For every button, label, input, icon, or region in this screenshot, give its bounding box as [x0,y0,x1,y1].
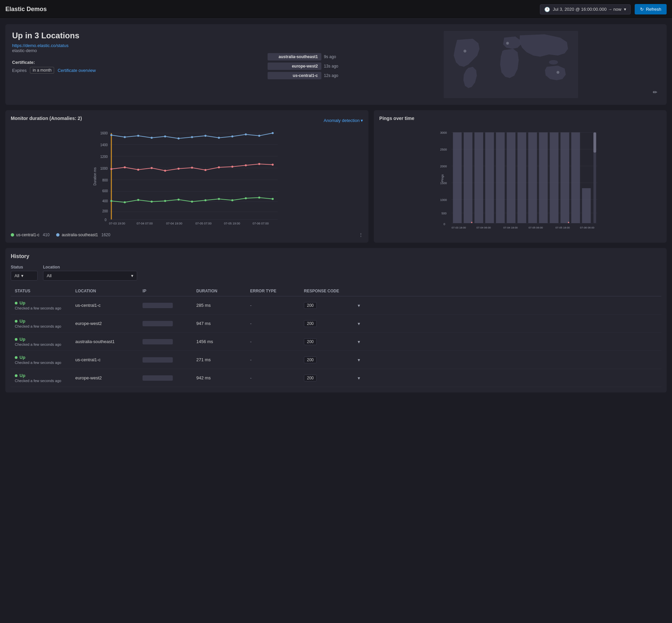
cert-row: Expires in a month Certificate overview [12,67,261,73]
svg-point-103 [568,222,569,223]
cert-overview-link[interactable]: Certificate overview [57,68,95,73]
pings-chart-svg: 3000 2500 2000 1500 1000 500 0 Pings [379,128,661,232]
svg-point-51 [245,164,247,166]
row-status-0: Up Checked a few seconds ago [15,300,75,310]
svg-point-62 [218,198,220,200]
svg-text:1400: 1400 [100,143,108,147]
code-box-1: 200 [304,320,317,327]
svg-rect-94 [507,132,516,223]
status-subtitle-1: Checked a few seconds ago [15,324,75,328]
legend-dot-blue [56,233,59,237]
expires-label: Expires [12,68,27,73]
svg-point-32 [164,136,166,138]
expand-row-4[interactable]: ▾ [358,375,371,381]
svg-point-40 [272,132,274,134]
svg-rect-101 [582,188,591,223]
location-name-2: us-central1-c [268,72,321,79]
svg-text:07-05 18:00: 07-05 18:00 [556,226,570,229]
pings-chart-container: 3000 2500 2000 1500 1000 500 0 Pings [379,128,661,233]
legend-dot-green [11,233,14,237]
world-map-area: ✏ [362,31,660,98]
certificate-label: Certificate: [12,60,261,65]
svg-rect-98 [550,132,559,223]
expand-row-2[interactable]: ▾ [358,339,371,345]
world-map-svg [362,31,660,98]
legend-us-central: us-central1-c 410 [11,233,50,237]
svg-rect-97 [539,132,548,223]
svg-text:07-03 19:00: 07-03 19:00 [109,222,125,225]
status-filter-select[interactable]: All ▾ [11,271,38,280]
col-header-duration: Duration [196,289,250,293]
svg-point-7 [464,51,465,52]
svg-text:Pings: Pings [441,174,444,182]
svg-text:07-03 18:00: 07-03 18:00 [452,226,466,229]
row-location-2: australia-southeast1 [75,339,143,344]
status-subtitle-0: Checked a few seconds ago [15,306,75,310]
expand-row-3[interactable]: ▾ [358,357,371,363]
history-title: History [11,254,661,260]
clock-icon: 🕐 [544,7,550,12]
legend-more-icon[interactable]: ⋮ [359,232,363,237]
ip-bar-0 [143,303,173,308]
time-range-picker[interactable]: 🕐 Jul 3, 2020 @ 16:00:00.000 → now ▾ [540,4,631,14]
status-up-0: Up [15,300,75,305]
location-name-1: europe-west2 [268,62,321,70]
svg-text:07-06 07:00: 07-06 07:00 [253,222,269,225]
status-dot-4 [15,374,18,377]
svg-text:1200: 1200 [100,155,108,158]
monitor-url[interactable]: https://demo.elastic.co/status [12,43,68,48]
charts-row: Monitor duration (Anomalies: 2) Anomaly … [5,110,667,243]
row-duration-1: 947 ms [196,321,250,326]
location-filter-select[interactable]: All ▾ [43,271,137,280]
location-name-0: australia-southeast1 [268,53,321,60]
table-row: Up Checked a few seconds ago us-central1… [11,351,661,369]
svg-text:800: 800 [102,178,108,182]
main-content: Up in 3 Locations https://demo.elastic.c… [0,19,672,398]
svg-point-38 [245,134,247,136]
row-status-2: Up Checked a few seconds ago [15,337,75,347]
svg-text:200: 200 [102,209,108,213]
row-duration-0: 285 ms [196,303,250,308]
svg-rect-91 [475,132,484,223]
svg-point-3 [557,72,558,73]
edit-map-icon[interactable]: ✏ [653,89,657,95]
svg-rect-93 [496,132,505,223]
row-location-4: europe-west2 [75,375,143,380]
expand-row-0[interactable]: ▾ [358,303,371,308]
svg-point-47 [191,167,193,169]
svg-point-54 [110,200,112,202]
row-error-0: - [250,303,304,308]
duration-chart-svg: 1600 1400 1200 1000 800 600 400 200 0 Du… [11,128,363,225]
status-filter-group: Status All ▾ [11,265,38,280]
response-code-3: 200 [304,357,358,363]
svg-point-61 [204,199,206,201]
history-card: History Status All ▾ Location All ▾ Stat… [5,248,667,392]
row-location-3: us-central1-c [75,357,143,362]
col-header-ip: IP [143,289,196,293]
duration-chart-container: 1600 1400 1200 1000 800 600 400 200 0 Du… [11,128,363,226]
svg-text:400: 400 [102,199,108,203]
expand-row-1[interactable]: ▾ [358,321,371,326]
response-code-1: 200 [304,320,358,327]
response-code-0: 200 [304,302,358,309]
chart-header-pings: Pings over time [379,116,661,125]
row-error-3: - [250,357,304,362]
status-up-3: Up [15,355,75,360]
legend-label-us: us-central1-c [16,233,39,237]
svg-point-56 [137,199,139,201]
chevron-down-icon: ▾ [21,273,24,278]
svg-point-33 [177,138,179,140]
col-header-status: Status [15,289,75,293]
ping-time-1: 13s ago [324,64,339,68]
svg-point-63 [231,199,233,201]
code-box-0: 200 [304,302,317,309]
svg-text:07-04 06:00: 07-04 06:00 [477,226,491,229]
svg-point-48 [204,169,206,171]
table-row: Up Checked a few seconds ago australia-s… [11,333,661,351]
anomaly-detection-link[interactable]: Anomaly detection ▾ [324,118,363,123]
refresh-button[interactable]: ↻ Refresh [635,4,667,14]
app-header: Elastic Demos 🕐 Jul 3, 2020 @ 16:00:00.0… [0,0,672,19]
legend-value-us: 410 [43,233,50,237]
svg-point-64 [245,197,247,199]
monitor-overview-card: Up in 3 Locations https://demo.elastic.c… [5,24,667,105]
